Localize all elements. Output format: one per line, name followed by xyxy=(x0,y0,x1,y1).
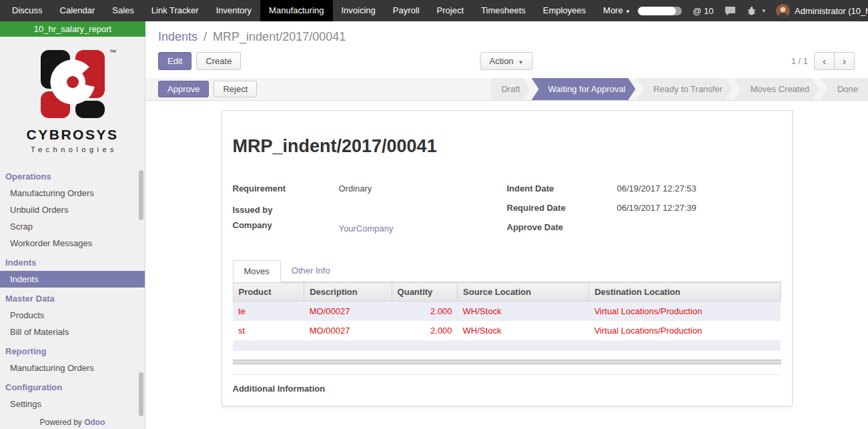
field-value-issued-by-company[interactable]: YourCompany xyxy=(339,224,394,234)
sidebar-scrollbar-thumb[interactable] xyxy=(139,372,143,416)
table-row[interactable]: st MO/00027 2.000 WH/Stock Virtual Locat… xyxy=(233,321,781,340)
menu-manufacturing[interactable]: Manufacturing xyxy=(260,0,332,21)
table-empty-row xyxy=(233,340,781,351)
record-title: MRP_indent/2017/00041 xyxy=(233,136,781,157)
user-menu[interactable]: Administrator (10_hr_s... ▾ xyxy=(776,4,868,18)
column-header-description[interactable]: Description xyxy=(304,283,392,302)
menu-inventory[interactable]: Inventory xyxy=(207,0,260,21)
horizontal-scrollbar[interactable] xyxy=(233,360,781,364)
field-value-requirement: Ordinary xyxy=(339,183,372,196)
menu-payroll[interactable]: Payroll xyxy=(384,0,428,21)
cell-product: st xyxy=(233,321,304,340)
status-step-label: Moves Created xyxy=(751,84,809,94)
column-header-source-location[interactable]: Source Location xyxy=(458,283,589,302)
action-dropdown[interactable]: Action▼ xyxy=(480,52,532,70)
breadcrumb-separator: / xyxy=(203,30,207,43)
main-content: Indents / MRP_indent/2017/00041 Edit Cre… xyxy=(145,21,868,429)
menu-project[interactable]: Project xyxy=(428,0,472,21)
chevron-down-icon: ▾ xyxy=(763,7,766,14)
create-button[interactable]: Create xyxy=(196,52,241,70)
status-step-waiting-for-approval[interactable]: Waiting for Approval xyxy=(532,78,636,100)
tab-moves[interactable]: Moves xyxy=(233,260,281,282)
menu-invoicing[interactable]: Invoicing xyxy=(333,0,384,21)
status-step-label: Done xyxy=(837,84,858,94)
menu-link-tracker[interactable]: Link Tracker xyxy=(143,0,207,21)
menu-more[interactable]: More▾ xyxy=(594,0,638,21)
sidebar-item-bill-of-materials[interactable]: Bill of Materials xyxy=(0,324,145,340)
status-bar: Approve Reject Draft Waiting for Approva… xyxy=(145,78,868,101)
status-step-draft[interactable]: Draft xyxy=(491,78,530,100)
cell-quantity: 2.000 xyxy=(392,302,458,322)
sidebar-item-unbuild-orders[interactable]: Unbuild Orders xyxy=(0,201,145,218)
cell-description: MO/00027 xyxy=(304,321,392,340)
cell-source-location: WH/Stock xyxy=(458,321,589,340)
avatar xyxy=(776,4,790,18)
sidebar-item-manufacturing-orders-report[interactable]: Manufacturing Orders xyxy=(0,360,145,376)
section-heading-master-data: Master Data xyxy=(0,288,145,307)
cell-description: MO/00027 xyxy=(304,302,392,322)
approve-button[interactable]: Approve xyxy=(158,81,209,97)
menu-sales[interactable]: Sales xyxy=(103,0,143,21)
breadcrumb: Indents / MRP_indent/2017/00041 xyxy=(158,30,855,44)
sidebar-item-indents[interactable]: Indents xyxy=(0,271,145,288)
notebook: Moves Other Info Product Description Qua… xyxy=(233,260,781,364)
tab-other-info[interactable]: Other Info xyxy=(281,260,341,282)
cell-quantity: 2.000 xyxy=(392,321,458,340)
form-sheet: MRP_indent/2017/00041 Requirement Ordina… xyxy=(222,110,793,406)
sidebar-item-products[interactable]: Products xyxy=(0,307,145,324)
column-header-product[interactable]: Product xyxy=(233,283,304,302)
status-step-label: Draft xyxy=(501,84,520,94)
field-label-approve-date: Approve Date xyxy=(507,222,617,235)
table-row[interactable]: te MO/00027 2.000 WH/Stock Virtual Locat… xyxy=(233,302,781,322)
mention-counter[interactable]: @ 10 xyxy=(693,6,713,16)
pager-previous-button[interactable]: ‹ xyxy=(814,52,835,70)
section-heading-indents: Indents xyxy=(0,252,145,271)
breadcrumb-indents[interactable]: Indents xyxy=(158,30,197,43)
field-label-indent-date: Indent Date xyxy=(507,183,617,196)
sidebar-item-workorder-messages[interactable]: Workorder Messages xyxy=(0,235,145,252)
sidebar-item-scrap[interactable]: Scrap xyxy=(0,218,145,235)
status-step-done[interactable]: Done xyxy=(821,78,868,100)
sidebar: ™ CYBROSYS Technologies Operations Manuf… xyxy=(0,37,145,429)
column-header-quantity[interactable]: Quantity xyxy=(392,283,458,302)
field-label-issued-by-company: Issued by Company xyxy=(233,203,339,234)
pager-next-button[interactable]: › xyxy=(834,52,855,70)
menu-timesheets[interactable]: Timesheets xyxy=(472,0,534,21)
chevron-down-icon: ▾ xyxy=(626,8,630,15)
status-step-ready-to-transfer[interactable]: Ready to Transfer xyxy=(636,78,732,100)
action-label: Action xyxy=(489,56,513,66)
progress-meter xyxy=(638,7,682,15)
field-value-indent-date: 06/19/2017 12:27:53 xyxy=(617,183,697,196)
mention-count: 10 xyxy=(704,6,713,16)
powered-by-text: Powered by xyxy=(39,418,81,427)
additional-information-heading: Additional Information xyxy=(233,374,781,394)
sidebar-item-manufacturing-orders[interactable]: Manufacturing Orders xyxy=(0,185,145,201)
menu-calendar[interactable]: Calendar xyxy=(51,0,104,21)
brand-block: ™ CYBROSYS Technologies xyxy=(0,37,145,153)
status-step-label: Waiting for Approval xyxy=(548,84,626,94)
sidebar-scrollbar-thumb[interactable] xyxy=(139,170,143,220)
sidebar-item-settings[interactable]: Settings xyxy=(0,396,145,412)
bug-menu[interactable]: ▾ xyxy=(747,6,766,16)
section-heading-reporting: Reporting xyxy=(0,340,145,360)
cell-product: te xyxy=(233,302,304,322)
menu-employees[interactable]: Employees xyxy=(534,0,594,21)
table-header-row: Product Description Quantity Source Loca… xyxy=(233,283,781,302)
section-heading-operations: Operations xyxy=(0,165,145,185)
moves-table: Product Description Quantity Source Loca… xyxy=(233,282,781,351)
reject-button[interactable]: Reject xyxy=(213,81,257,97)
top-navbar: Discuss Calendar Sales Link Tracker Inve… xyxy=(0,0,868,21)
chevron-down-icon: ▼ xyxy=(518,59,524,65)
status-step-moves-created[interactable]: Moves Created xyxy=(734,78,819,100)
column-header-destination-location[interactable]: Destination Location xyxy=(589,283,781,302)
chat-icon[interactable] xyxy=(725,6,736,16)
edit-button[interactable]: Edit xyxy=(158,52,191,70)
systray: @ 10 ▾ Administrator (10_hr_s... ▾ xyxy=(638,0,868,21)
cybrosys-logo xyxy=(38,50,107,118)
cell-source-location: WH/Stock xyxy=(458,302,589,322)
status-step-label: Ready to Transfer xyxy=(653,84,722,94)
field-value-required-date: 06/19/2017 12:27:39 xyxy=(617,203,697,216)
menu-discuss[interactable]: Discuss xyxy=(3,0,51,21)
brand-name: CYBROSYS xyxy=(0,127,145,143)
odoo-link[interactable]: Odoo xyxy=(84,418,105,427)
